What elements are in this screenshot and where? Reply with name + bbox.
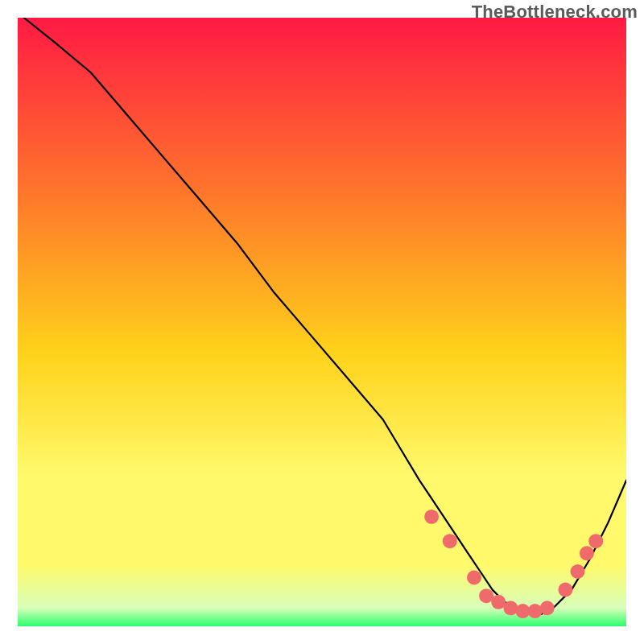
- watermark-text: TheBottleneck.com: [472, 2, 638, 23]
- chart-svg: [0, 0, 644, 644]
- valley-marker: [588, 534, 603, 548]
- valley-marker: [571, 564, 585, 579]
- valley-marker: [528, 604, 543, 618]
- valley-marker: [424, 510, 439, 524]
- valley-marker: [558, 583, 572, 597]
- valley-marker: [580, 546, 594, 560]
- valley-marker: [467, 571, 481, 585]
- valley-marker: [540, 601, 555, 615]
- valley-marker: [503, 601, 518, 615]
- valley-marker: [443, 534, 457, 548]
- gradient-panel: [18, 18, 626, 626]
- chart-stage: TheBottleneck.com: [0, 0, 644, 644]
